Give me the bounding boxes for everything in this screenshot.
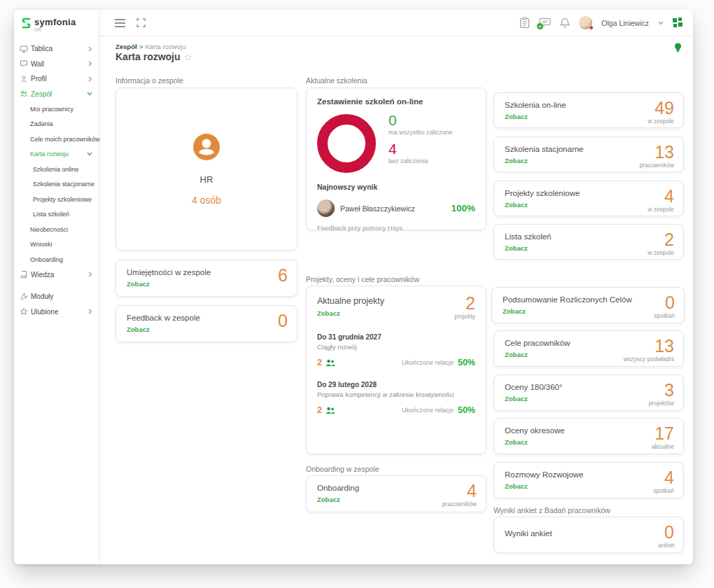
card-feedback[interactable]: Feedback w zespole Zobacz 0 <box>115 305 298 342</box>
fullscreen-icon[interactable] <box>136 18 146 27</box>
zobacz-link[interactable]: Zobacz <box>505 482 528 490</box>
sidebar-item-label: Wall <box>31 60 44 68</box>
favorite-star-icon[interactable]: ☆ <box>184 52 192 62</box>
card-unit: spotkań <box>654 312 675 319</box>
sidebar-item-tablica[interactable]: Tablica <box>14 41 98 57</box>
training-name: Feedback przy pomocy Hsys <box>317 224 475 232</box>
zobacz-link[interactable]: Zobacz <box>505 157 528 164</box>
project-member-count: 2 <box>317 358 322 368</box>
card-value: 4 <box>442 482 477 500</box>
sidebar-item-wall[interactable]: Wall <box>14 57 98 72</box>
project-item[interactable]: Do 31 grudnia 2027 Ciągły rozwój 2 Ukońc… <box>317 333 475 368</box>
current-projects-card[interactable]: Aktualne projekty Zobacz 2 projekty Do 3… <box>306 286 486 454</box>
zobacz-link[interactable]: Zobacz <box>505 244 528 252</box>
project-deadline: Do 31 grudnia 2027 <box>317 333 475 341</box>
project-item[interactable]: Do 29 lutego 2028 Poprawa kompetencji w … <box>317 381 475 415</box>
messages-icon[interactable] <box>539 18 551 28</box>
tasks-clipboard-icon[interactable] <box>519 17 530 29</box>
sidebar-item-szkolenia-online[interactable]: Szkolenia online <box>14 162 98 177</box>
sidebar-item-label: Zespół <box>31 90 52 98</box>
project-deadline: Do 29 lutego 2028 <box>317 381 475 388</box>
sidebar-item-lista-szkolen[interactable]: Lista szkoleń <box>14 207 98 223</box>
section-current-trainings: Aktualne szkolenia <box>306 76 368 85</box>
card-unit: w zespole <box>648 249 674 256</box>
apps-grid-icon[interactable] <box>673 18 683 28</box>
zobacz-link[interactable]: Zobacz <box>503 307 526 315</box>
card-value: 0 <box>278 312 288 330</box>
sidebar-item-moi-pracownicy[interactable]: Moi pracownicy <box>14 102 98 117</box>
chevron-right-icon <box>88 309 92 314</box>
card-szkolenia-stacjonarne[interactable]: Szkolenia stacjonarne Zobacz 13 pracowni… <box>493 136 684 172</box>
section-onboarding: Onboarding w zespole <box>306 465 379 473</box>
sidebar-item-label: Projekty szkoleniowe <box>33 196 92 203</box>
card-projekty-szkoleniowe[interactable]: Projekty szkoleniowe Zobacz 4 w zespole <box>493 181 684 216</box>
failed-count: 4 <box>388 141 453 157</box>
card-unit: w zespole <box>648 118 674 125</box>
card-oceny-okresowe[interactable]: Oceny okresowe Zobacz 17 aktualne <box>493 418 684 454</box>
card-szkolenia-online[interactable]: Szkolenia on-line Zobacz 49 w zespole <box>493 92 684 128</box>
sidebar-item-szkolenia-stacjonarne[interactable]: Szkolenia stacjonarne <box>14 177 98 192</box>
card-title: Umiejętności w zespole <box>127 268 211 276</box>
zobacz-link[interactable]: Zobacz <box>505 113 528 120</box>
card-onboarding[interactable]: Onboarding Zobacz 4 pracowników <box>306 475 486 512</box>
sidebar-item-profil[interactable]: Profil <box>14 71 98 87</box>
sidebar-item-cele-moich-pracownikow[interactable]: Cele moich pracowników <box>14 132 98 147</box>
zobacz-link[interactable]: Zobacz <box>317 496 340 503</box>
team-info-card[interactable]: HR 4 osób <box>115 88 298 251</box>
team-name: HR <box>200 174 214 185</box>
sidebar-item-moduly[interactable]: Moduły <box>14 289 98 304</box>
project-name: Poprawa kompetencji w zakresie kreatywno… <box>317 391 475 398</box>
sidebar: symfonia HR Tablica Wall Profil <box>14 10 98 564</box>
person-icon <box>20 75 28 83</box>
bell-icon[interactable] <box>560 18 570 29</box>
sidebar-item-projekty-szkoleniowe[interactable]: Projekty szkoleniowe <box>14 192 98 207</box>
sidebar-item-onboarding[interactable]: Onboarding <box>14 252 98 267</box>
lightbulb-icon[interactable] <box>674 43 682 56</box>
card-rozmowy-rozwojowe[interactable]: Rozmowy Rozwojowe Zobacz 4 spotkań <box>493 462 684 498</box>
card-oceny-180-360[interactable]: Oceny 180/360° Zobacz 3 projektów <box>493 374 684 411</box>
training-summary-card[interactable]: Zestawienie szkoleń on-line 0 ma wszystk… <box>306 88 486 230</box>
sidebar-item-label: Profil <box>31 75 47 83</box>
card-value: 6 <box>278 267 288 284</box>
sidebar-item-wiedza[interactable]: Wiedza <box>14 267 98 283</box>
card-umiejetnosci[interactable]: Umiejętności w zespole Zobacz 6 <box>115 260 298 297</box>
sidebar-item-label: Lista szkoleń <box>33 211 69 218</box>
user-menu-chevron-icon[interactable] <box>658 21 664 25</box>
zobacz-link[interactable]: Zobacz <box>505 395 528 402</box>
sidebar-item-label: Nieobecności <box>30 226 68 233</box>
sidebar-item-zadania[interactable]: Zadania <box>14 117 98 132</box>
monitor-icon <box>20 45 28 53</box>
user-avatar[interactable] <box>579 16 592 29</box>
card-title: Aktualne projekty <box>317 296 384 306</box>
card-lista-szkolen[interactable]: Lista szkoleń Zobacz 2 w zespole <box>493 224 684 260</box>
card-wyniki-ankiet[interactable]: Wyniki ankiet 0 ankiet <box>493 517 684 553</box>
sidebar-item-zespol[interactable]: Zespół <box>14 87 98 102</box>
hamburger-menu-icon[interactable] <box>115 19 125 27</box>
card-cele-pracownikow[interactable]: Cele pracowników Zobacz 13 wszyscy podwł… <box>493 330 684 367</box>
zobacz-link[interactable]: Zobacz <box>317 309 340 317</box>
sidebar-item-wnioski[interactable]: Wnioski <box>14 237 98 253</box>
card-title: Projekty szkoleniowe <box>505 189 580 197</box>
card-value: 17 <box>652 425 674 442</box>
relations-percent: 50% <box>458 405 475 415</box>
latest-result-row[interactable]: Paweł Błaszczykiewicz 100% <box>317 200 475 217</box>
card-podsumowanie-celow[interactable]: Podsumowanie Rozliczonych Celów Zobacz 0… <box>491 287 685 323</box>
sidebar-item-karta-rozwoju[interactable]: Karta rozwoju <box>14 147 98 162</box>
card-title: Szkolenia on-line <box>505 101 566 109</box>
breadcrumb-parent[interactable]: Zespół <box>115 43 137 50</box>
breadcrumb-separator: > <box>139 43 144 50</box>
zobacz-link[interactable]: Zobacz <box>505 351 528 358</box>
zobacz-link[interactable]: Zobacz <box>127 280 150 288</box>
relations-percent: 50% <box>458 358 475 368</box>
brand-logo[interactable]: symfonia HR <box>21 18 76 32</box>
zobacz-link[interactable]: Zobacz <box>505 201 528 209</box>
zobacz-link[interactable]: Zobacz <box>127 326 150 333</box>
passed-label: ma wszystko zaliczone <box>388 129 453 136</box>
training-summary-title: Zestawienie szkoleń on-line <box>317 97 475 106</box>
sidebar-item-ulubione[interactable]: Ulubione <box>14 304 98 320</box>
card-unit: pracowników <box>640 162 674 169</box>
sidebar-item-nieobecnosci[interactable]: Nieobecności <box>14 222 98 237</box>
sidebar-nav: Tablica Wall Profil Zespół Moi pracownic… <box>14 41 98 319</box>
zobacz-link[interactable]: Zobacz <box>505 438 528 446</box>
card-title: Szkolenia stacjonarne <box>505 145 584 153</box>
